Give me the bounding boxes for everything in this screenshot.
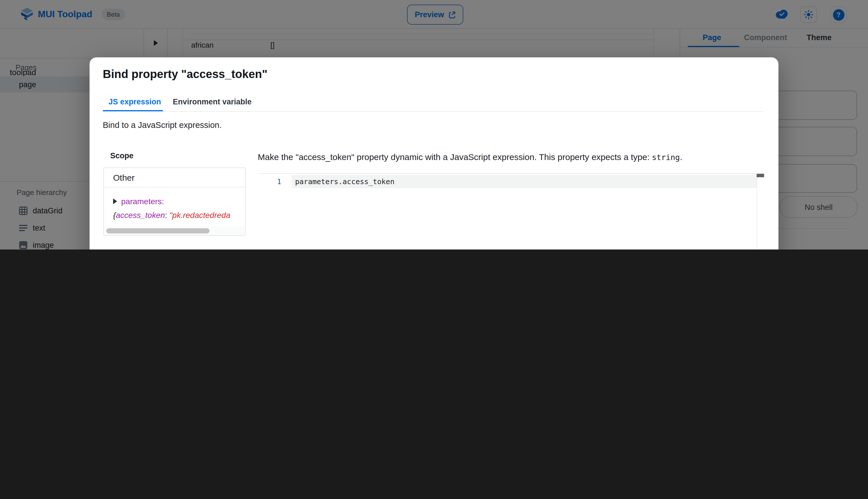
dialog-subtitle: Bind to a JavaScript expression.: [103, 120, 222, 130]
description-period: .: [680, 152, 682, 161]
scope-key: parameters:: [121, 197, 164, 206]
app-root: MUI Toolpad Beta Preview ?: [0, 0, 868, 250]
tab-environment-variable[interactable]: Environment variable: [173, 98, 252, 106]
scope-heading: Scope: [110, 151, 133, 160]
scope-tree-node[interactable]: parameters:: [113, 197, 164, 206]
editor-code[interactable]: parameters.access_token: [295, 177, 394, 186]
scope-value-preview: {access_token: "pk.redactedreda: [113, 210, 230, 220]
scope-value-key: access_token: [116, 210, 165, 220]
scope-colon: :: [165, 210, 170, 220]
description-text: Make the "access_token" property dynamic…: [258, 152, 652, 161]
binding-description: Make the "access_token" property dynamic…: [258, 152, 682, 161]
dialog-title: Bind property "access_token": [103, 68, 267, 81]
bind-property-dialog: Bind property "access_token" JS expressi…: [90, 57, 778, 250]
editor-scrollbar-thumb[interactable]: [757, 174, 764, 177]
description-type: string: [652, 152, 680, 161]
scope-explorer: Other parameters: {access_token: "pk.red…: [103, 168, 246, 236]
tree-expander-icon: [113, 198, 117, 204]
js-expression-editor[interactable]: 1 parameters.access_token: [258, 173, 764, 250]
editor-line-number: 1: [258, 177, 281, 186]
scope-horizontal-scrollbar[interactable]: [106, 228, 210, 233]
scope-group-label: Other: [113, 173, 135, 182]
scope-value-string: "pk.redactedreda: [169, 210, 230, 220]
scope-brace: {: [113, 210, 116, 220]
tab-js-expression[interactable]: JS expression: [108, 98, 161, 106]
